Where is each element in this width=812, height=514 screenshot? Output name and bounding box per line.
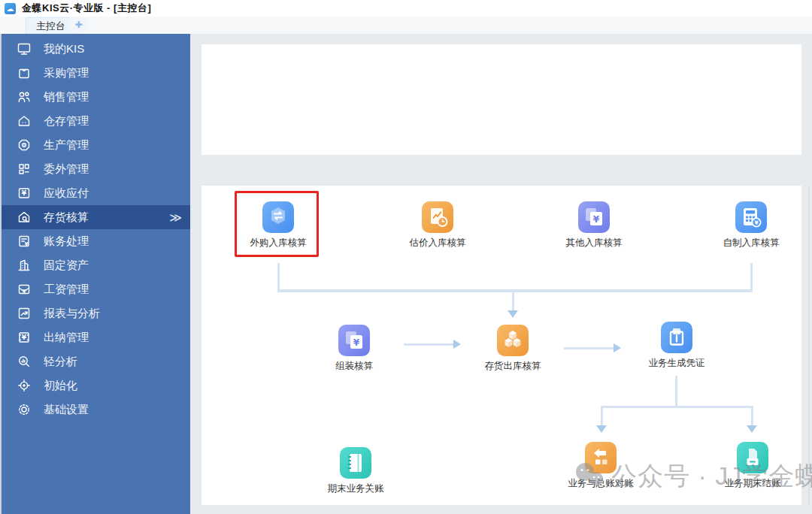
connector-stub-left: [277, 263, 280, 291]
svg-text:¥: ¥: [353, 337, 360, 348]
arrowhead-down-icon: [596, 425, 607, 433]
connector-assembly-to-outbound: [404, 343, 453, 346]
svg-text:¥: ¥: [593, 214, 600, 225]
sidebar-item-label: 账务处理: [44, 234, 89, 249]
flow-node-label: 自制入库核算: [706, 237, 796, 249]
yen-card-icon: ¥: [17, 186, 32, 201]
flow-node-other-inbound[interactable]: ¥ 其他入库核算: [549, 201, 639, 249]
grid-boxes-icon: [17, 162, 32, 177]
svg-text:¥: ¥: [754, 219, 759, 226]
connector-horizontal-bottom: [601, 406, 753, 408]
monitor-icon: [17, 41, 32, 56]
svg-text:¥: ¥: [25, 241, 29, 247]
sidebar-item-inventory-accounting[interactable]: 存货核算 ≫: [2, 205, 190, 229]
yen-docs-icon: ¥: [338, 325, 370, 356]
sidebar-item-bookkeeping[interactable]: ¥ 账务处理: [2, 229, 190, 253]
search-chart-icon: [17, 354, 32, 369]
sidebar-item-sales[interactable]: 销售管理: [2, 85, 190, 109]
sidebar-item-label: 委外管理: [44, 162, 89, 177]
cloud-icon: ☁: [5, 3, 16, 14]
sidebar-item-label: 存货核算: [44, 210, 89, 225]
connector-outbound-to-voucher: [564, 347, 614, 349]
svg-text:¥: ¥: [23, 289, 26, 295]
main-content: 外购入库核算 估价入库核算 ¥ 其他入库核算 ¥ 自制入库核算 ¥ 组装核算 存…: [190, 34, 812, 514]
connector-down-settlement: [751, 406, 753, 427]
sidebar-item-payroll[interactable]: ¥ 工资管理: [2, 277, 190, 301]
trend-chart-icon: [17, 306, 32, 321]
sidebar-item-outsourcing[interactable]: 委外管理: [2, 157, 190, 181]
sidebar-item-label: 出纳管理: [44, 331, 89, 345]
sidebar-item-fixed-assets[interactable]: 固定资产: [2, 253, 190, 277]
flow-node-business-gl-reconciliation[interactable]: 业务与总账对账: [556, 442, 646, 489]
sidebar-item-label: 初始化: [44, 379, 77, 393]
people-icon: [17, 89, 32, 104]
window-edge-line: [808, 186, 810, 505]
flow-node-assembly[interactable]: ¥ 组装核算: [309, 325, 399, 372]
gear-icon: [17, 402, 32, 417]
stacked-boxes-icon: [497, 325, 529, 356]
sidebar-item-label: 固定资产: [44, 259, 89, 273]
flow-node-period-end-close-business[interactable]: 期末业务关账: [311, 447, 401, 494]
connector-horizontal-top: [277, 289, 753, 292]
reconcile-arrow-icon: [585, 442, 617, 473]
arrowhead-down-icon: [508, 310, 518, 318]
building-icon: [17, 258, 32, 273]
flow-node-label: 业务生成凭证: [632, 358, 722, 369]
sidebar-item-warehouse[interactable]: 仓存管理: [2, 109, 190, 133]
connector-stub-right: [750, 263, 753, 291]
svg-text:¥: ¥: [22, 189, 27, 197]
arrowhead-right-icon: [453, 340, 461, 349]
shopping-bag-icon: [17, 65, 32, 80]
sidebar-item-production[interactable]: 生产管理: [2, 133, 190, 157]
sidebar-item-label: 报表与分析: [44, 307, 100, 321]
plus-icon[interactable]: ✚: [70, 17, 87, 33]
sidebar-item-reports-analysis[interactable]: 报表与分析: [2, 301, 190, 325]
flow-node-label: 存货出库核算: [468, 361, 558, 372]
sidebar-item-label: 采购管理: [44, 66, 89, 80]
sidebar-item-label: 仓存管理: [44, 114, 89, 128]
sidebar-item-cashier[interactable]: ¥ 出纳管理: [2, 325, 190, 349]
flow-node-label: 组装核算: [309, 361, 399, 372]
flow-node-estimated-inbound[interactable]: 估价入库核算: [392, 201, 483, 249]
title-bar: ☁ 金蝶KIS云·专业版 - [主控台]: [0, 0, 812, 17]
sidebar: 我的KIS 采购管理 销售管理 仓存管理 生产管理 委外管理 ¥ 应收应付 存货…: [0, 34, 190, 514]
notebook-icon: [340, 447, 371, 479]
gear-octagon-icon: [17, 138, 32, 153]
sidebar-item-basic-settings[interactable]: 基础设置: [2, 398, 190, 422]
flow-node-label: 期末业务关账: [311, 483, 401, 494]
inbox-yen-icon: ¥: [17, 282, 32, 297]
flow-node-self-made-inbound[interactable]: ¥ 自制入库核算: [706, 201, 796, 249]
flow-node-stock-outbound[interactable]: 存货出库核算: [468, 325, 558, 372]
estimate-doc-icon: [422, 201, 453, 233]
flow-node-voucher-generation[interactable]: 业务生成凭证: [632, 322, 722, 369]
calculator-icon: ¥: [735, 201, 767, 233]
sidebar-item-label: 我的KIS: [44, 42, 84, 56]
tab-bar: 主控台 ✚: [0, 17, 812, 34]
arrowhead-down-icon: [747, 425, 757, 433]
flow-node-label: 估价入库核算: [392, 237, 483, 249]
sidebar-item-my-kis[interactable]: 我的KIS: [2, 37, 190, 61]
sidebar-item-label: 工资管理: [44, 283, 89, 297]
sidebar-item-ar-ap[interactable]: ¥ 应收应付: [2, 181, 190, 205]
house-search-icon: [17, 210, 32, 225]
svg-text:¥: ¥: [22, 334, 27, 341]
flow-node-period-end-settlement[interactable]: 业务期末结账: [707, 442, 798, 489]
window-title: 金蝶KIS云·专业版 - [主控台]: [22, 2, 151, 15]
connector-down-center: [512, 291, 514, 310]
highlight-red-box: [235, 191, 319, 257]
flow-node-label: 其他入库核算: [549, 237, 639, 249]
yen-box-icon: ¥: [17, 330, 32, 345]
sidebar-item-initialization[interactable]: 初始化: [2, 373, 190, 398]
connector-voucher-down: [675, 376, 677, 407]
sidebar-item-label: 轻分析: [44, 355, 77, 369]
sidebar-item-purchase[interactable]: 采购管理: [2, 61, 190, 85]
arrowhead-right-icon: [614, 343, 621, 352]
sidebar-item-label: 销售管理: [44, 90, 89, 104]
warehouse-house-icon: [17, 113, 32, 128]
tab-main-console[interactable]: 主控台: [26, 17, 76, 34]
double-chevron-right-icon[interactable]: ≫: [169, 210, 180, 225]
voucher-card-icon: [661, 322, 692, 353]
sidebar-item-label: 基础设置: [44, 403, 89, 417]
sidebar-item-label: 生产管理: [44, 138, 89, 153]
sidebar-item-light-analysis[interactable]: 轻分析: [2, 349, 190, 373]
